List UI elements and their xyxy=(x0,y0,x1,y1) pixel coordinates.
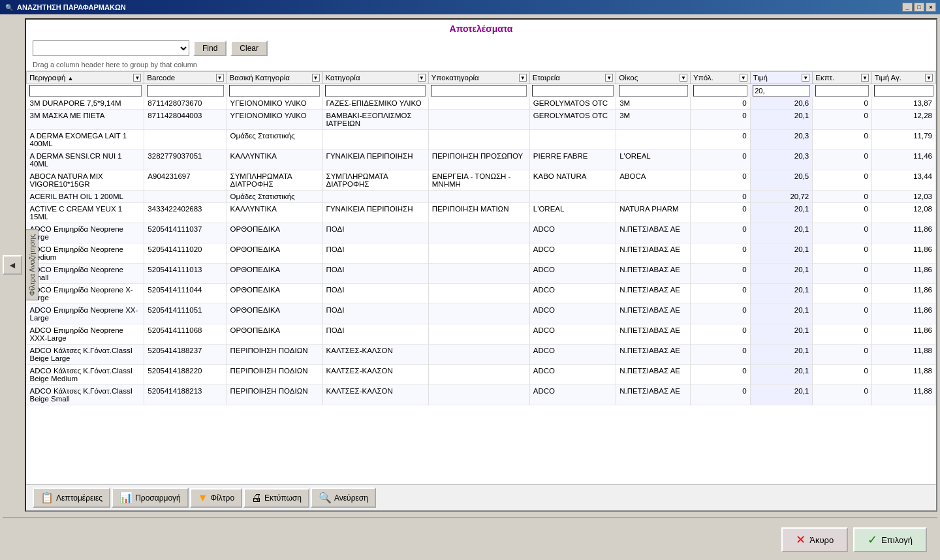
col-discount[interactable]: Εκπτ. ▼ xyxy=(813,72,872,84)
table-cell: ΕΝΕΡΓΕΙΑ - ΤΟΝΩΣΗ - ΜΝΗΜΗ xyxy=(428,170,529,191)
table-cell: ΠΟΔΙ xyxy=(322,243,428,264)
table-cell xyxy=(144,191,227,203)
print-button[interactable]: 🖨 Εκτύπωση xyxy=(243,488,309,508)
window-controls[interactable]: _ □ × xyxy=(902,3,936,12)
col-description[interactable]: Περιγραφή ▲ ▼ xyxy=(27,72,144,84)
minimize-button[interactable]: _ xyxy=(902,3,913,12)
col-stock-filter[interactable]: ▼ xyxy=(740,74,747,82)
col-discount-filter[interactable]: ▼ xyxy=(861,74,869,82)
filter-house-input[interactable] xyxy=(619,85,688,97)
table-row[interactable]: 3M ΜΑΣΚΑ ΜΕ ΠΙΕΤΑ8711428044003ΥΓΕΙΟΝΟΜΙΚ… xyxy=(27,110,936,130)
table-row[interactable]: ADCO Κάλτσες Κ.Γόνατ.ClassI Beige Large5… xyxy=(27,345,936,365)
maximize-button[interactable]: □ xyxy=(914,3,924,12)
close-button[interactable]: × xyxy=(926,3,936,12)
table-row[interactable]: ADCO Επιμηρίδα Neoprene XX-Large52054141… xyxy=(27,304,936,324)
confirm-label: Επιλογή xyxy=(881,535,913,545)
table-cell: 11,88 xyxy=(871,385,935,405)
table-row[interactable]: ADCO Επιμηρίδα Neoprene Small52054141110… xyxy=(27,264,936,284)
table-row[interactable]: A DERMA EXOMEGA LAIT 1 400MLΟμάδες Στατι… xyxy=(27,130,936,150)
column-header-row: Περιγραφή ▲ ▼ Barcode ▼ xyxy=(27,72,936,84)
table-row[interactable]: ADCO Κάλτσες Κ.Γόνατ.ClassI Beige Small5… xyxy=(27,385,936,405)
clear-button[interactable]: Clear xyxy=(230,40,268,56)
table-row[interactable]: A DERMA SENSI.CR NUI 1 40ML3282779037051… xyxy=(27,150,936,170)
table-row[interactable]: ACERIL BATH OIL 1 200MLΟμάδες Στατιστική… xyxy=(27,191,936,203)
table-cell xyxy=(144,130,227,150)
table-cell: 0 xyxy=(691,203,751,223)
table-cell: 5205414111020 xyxy=(144,243,227,264)
cancel-icon: ✕ xyxy=(796,533,806,547)
table-cell: 0 xyxy=(691,170,751,191)
table-row[interactable]: ABOCA NATURA MIX VIGORE10*15GRA904231697… xyxy=(27,170,936,191)
table-cell: 20,1 xyxy=(750,324,813,345)
table-cell: ADCO Επιμηρίδα Neoprene Large xyxy=(27,223,144,243)
filter-price-input[interactable] xyxy=(753,85,810,97)
filter-barcode-input[interactable] xyxy=(147,85,224,97)
table-cell xyxy=(616,191,691,203)
col-price[interactable]: Τιμή ▼ xyxy=(750,72,813,84)
table-row[interactable]: ADCO Επιμηρίδα Neoprene Medium5205414111… xyxy=(27,243,936,264)
table-cell: 20,1 xyxy=(750,110,813,130)
col-description-filter[interactable]: ▼ xyxy=(133,74,141,82)
table-cell xyxy=(428,365,529,385)
table-cell: PIERRE FABRE xyxy=(529,150,616,170)
filter-discount-input[interactable] xyxy=(815,85,870,97)
table-cell: ΚΑΛΤΣΕΣ-ΚΑΛΣΟΝ xyxy=(322,365,428,385)
col-basic-cat[interactable]: Βασική Κατηγορία ▼ xyxy=(227,72,322,84)
table-row[interactable]: ADCO Επιμηρίδα Neoprene Large52054141110… xyxy=(27,223,936,243)
back-button[interactable]: ◄ xyxy=(3,255,22,275)
details-button[interactable]: 📋 Λεπτομέρειες xyxy=(33,488,110,508)
title-bar: 🔍 ΑΝΑΖΗΤΗΣΗ ΠΑΡΑΦΑΡΜΑΚΩΝ _ □ × xyxy=(0,0,940,14)
table-row[interactable]: ADCO Επιμηρίδα Neoprene X-Large520541411… xyxy=(27,284,936,304)
col-sale-price[interactable]: Τιμή Αγ. ▼ xyxy=(871,72,935,84)
filter-company-input[interactable] xyxy=(532,85,613,97)
col-barcode-filter[interactable]: ▼ xyxy=(216,74,224,82)
table-cell: 20,6 xyxy=(750,97,813,110)
table-cell: 0 xyxy=(691,150,751,170)
filter-side-tab[interactable]: Φίλτρα Αναζήτησης xyxy=(25,230,39,301)
table-row[interactable]: ACTIVE C CREAM YEUX 1 15ML3433422402683Κ… xyxy=(27,203,936,223)
customize-button[interactable]: 📊 Προσαρμογή xyxy=(112,488,189,508)
filter-sale-price-input[interactable] xyxy=(874,85,933,97)
col-category-filter[interactable]: ▼ xyxy=(418,74,426,82)
table-cell: 0 xyxy=(813,365,872,385)
col-company[interactable]: Εταιρεία ▼ xyxy=(529,72,616,84)
filter-subcategory-input[interactable] xyxy=(431,85,527,97)
col-house[interactable]: Οίκος ▼ xyxy=(616,72,691,84)
col-company-filter[interactable]: ▼ xyxy=(605,74,613,82)
table-cell: 0 xyxy=(813,97,872,110)
filter-basic-cat-input[interactable] xyxy=(229,85,320,97)
search-results-button[interactable]: 🔍 Ανεύρεση xyxy=(311,488,376,508)
table-cell xyxy=(428,97,529,110)
toolbar-row: ◄ Φίλτρα Αναζήτησης Αποτελέσματα Find Cl… xyxy=(3,17,937,513)
app-icon: 🔍 xyxy=(4,2,14,12)
find-button[interactable]: Find xyxy=(193,40,227,56)
col-sale-price-filter[interactable]: ▼ xyxy=(925,74,933,82)
filter-description-input[interactable] xyxy=(29,85,142,97)
filter-stock-input[interactable] xyxy=(693,85,748,97)
table-cell: Ν.ΠΕΤΣΙΑΒΑΣ ΑΕ xyxy=(616,243,691,264)
cancel-button[interactable]: ✕ Άκυρο xyxy=(781,527,848,552)
filter-label: Φίλτρο xyxy=(211,493,234,503)
table-cell xyxy=(428,243,529,264)
table-cell: 0 xyxy=(813,170,872,191)
col-price-filter[interactable]: ▼ xyxy=(802,74,809,82)
table-cell: ΠΟΔΙ xyxy=(322,223,428,243)
col-barcode[interactable]: Barcode ▼ xyxy=(144,72,227,84)
filter-category-input[interactable] xyxy=(325,85,426,97)
data-table-wrapper[interactable]: Περιγραφή ▲ ▼ Barcode ▼ xyxy=(26,71,936,484)
table-cell: ACERIL BATH OIL 1 200ML xyxy=(27,191,144,203)
table-cell: ΟΡΘΟΠΕΔΙΚΑ xyxy=(227,304,322,324)
col-subcategory[interactable]: Υποκατηγορία ▼ xyxy=(428,72,529,84)
col-category[interactable]: Κατηγορία ▼ xyxy=(322,72,428,84)
col-house-filter[interactable]: ▼ xyxy=(680,74,687,82)
filter-button[interactable]: ▼ Φίλτρο xyxy=(190,488,242,508)
confirm-button[interactable]: ✓ Επιλογή xyxy=(853,527,927,552)
table-row[interactable]: ADCO Επιμηρίδα Neoprene XXX-Large5205414… xyxy=(27,324,936,345)
table-row[interactable]: 3M DURAPORE 7,5*9,14M8711428073670ΥΓΕΙΟΝ… xyxy=(27,97,936,110)
col-stock[interactable]: Υπόλ. ▼ xyxy=(691,72,751,84)
table-cell: 20,1 xyxy=(750,345,813,365)
col-subcategory-filter[interactable]: ▼ xyxy=(519,74,527,82)
col-basic-cat-filter[interactable]: ▼ xyxy=(312,74,320,82)
table-row[interactable]: ADCO Κάλτσες Κ.Γόνατ.ClassI Beige Medium… xyxy=(27,365,936,385)
search-dropdown[interactable] xyxy=(33,40,189,56)
